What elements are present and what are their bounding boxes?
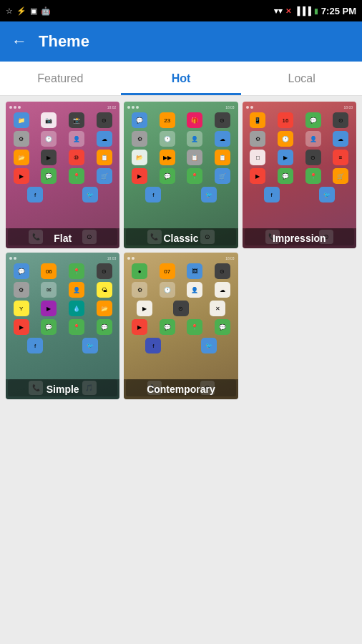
mini-app-icon: 🛒 bbox=[215, 168, 230, 184]
mini-app-icon: ▶ bbox=[14, 168, 29, 184]
mini-app-icon: ⊙ bbox=[305, 150, 321, 165]
mini-app-icon: 📂 bbox=[97, 301, 112, 316]
mini-app-icon: 🌤 bbox=[97, 282, 112, 298]
mini-app-icon: 📋 bbox=[215, 150, 230, 165]
mini-app-icon: ⊙ bbox=[333, 112, 348, 128]
mini-app-icon: Y bbox=[14, 301, 29, 316]
screenshot-icon: ▣ bbox=[30, 6, 37, 16]
theme-item-classic[interactable]: 18:03 💬 23 🎁 ⊙ ⚙ 🕐 👤 ☁ bbox=[124, 102, 238, 248]
mini-app-icon: ☁ bbox=[97, 131, 112, 147]
mini-app-icon: ▶ bbox=[132, 168, 147, 184]
theme-label-impression: Impression bbox=[243, 228, 356, 248]
mini-app-icon: ☁ bbox=[333, 131, 348, 147]
mini-app-icon: ▶ bbox=[278, 150, 293, 165]
mini-app-icon: 07 bbox=[160, 263, 175, 279]
mini-app-icon: 📍 bbox=[69, 263, 84, 279]
mini-app-icon: 06 bbox=[41, 263, 57, 279]
mini-app-icon: ▶ bbox=[137, 301, 152, 316]
mini-app-icon: ▶ bbox=[41, 150, 57, 165]
mini-app-icon: 👤 bbox=[69, 282, 84, 298]
mini-app-icon: 👤 bbox=[187, 131, 202, 147]
mini-app-icon: 🐦 bbox=[201, 338, 217, 353]
mini-app-icon: ☁ bbox=[215, 282, 230, 298]
theme-item-impression[interactable]: 18:03 📱 16 💬 ⊙ ⚙ 🕐 👤 ☁ bbox=[243, 102, 356, 248]
tab-bar: Featured Hot Local bbox=[0, 62, 362, 96]
mini-app-icon: 🕐 bbox=[160, 282, 175, 298]
mini-app-icon: ⊙ bbox=[97, 263, 112, 279]
theme-item-flat[interactable]: 18:02 📁 📷 📸 ⊙ ⚙ 🕐 👤 ☁ bbox=[6, 102, 119, 248]
battery-icon: ▮ bbox=[314, 7, 318, 15]
mini-app-icon: 📍 bbox=[69, 168, 84, 184]
mini-app-icon: 🖼 bbox=[187, 263, 202, 279]
mini-app-icon: ▶▶ bbox=[160, 150, 175, 165]
empty-placeholder bbox=[243, 253, 356, 399]
mini-app-icon: 🐦 bbox=[82, 338, 98, 353]
status-right-icons: ▾▾ ✕ ▐▐▐ ▮ 7:25 PM bbox=[274, 6, 356, 16]
mini-app-icon: ⚙ bbox=[132, 131, 147, 147]
tab-featured[interactable]: Featured bbox=[0, 62, 121, 95]
mini-app-icon: 📍 bbox=[69, 319, 84, 335]
page-title: Theme bbox=[39, 32, 89, 51]
mini-app-icon: 👤 bbox=[305, 131, 321, 147]
mini-app-icon: 📍 bbox=[305, 168, 321, 184]
mini-app-icon: 🕐 bbox=[160, 131, 175, 147]
wifi-icon: ▾▾ bbox=[274, 6, 283, 16]
mini-app-icon: 🛒 bbox=[97, 168, 112, 184]
theme-item-contemporary[interactable]: 18:03 ● 07 🖼 ⊙ ⚙ 🕐 👤 ☁ bbox=[124, 253, 238, 399]
mini-app-icon: 💬 bbox=[160, 168, 175, 184]
mini-app-icon: 💬 bbox=[160, 319, 175, 335]
mini-app-icon: 👤 bbox=[69, 131, 84, 147]
mini-app-icon: 💬 bbox=[97, 319, 112, 335]
mini-app-icon: ⊙ bbox=[173, 301, 189, 316]
mini-app-icon: ≡ bbox=[333, 150, 348, 165]
mini-app-icon: ⚙ bbox=[14, 282, 29, 298]
mini-app-icon: 🎁 bbox=[187, 112, 202, 128]
mini-app-icon: 💬 bbox=[41, 319, 57, 335]
mini-app-icon: 23 bbox=[160, 112, 175, 128]
signal-x-icon: ✕ bbox=[285, 7, 291, 15]
theme-label-classic: Classic bbox=[124, 228, 238, 248]
mini-app-icon: 💬 bbox=[132, 112, 147, 128]
mini-app-icon: 📁 bbox=[14, 112, 29, 128]
mini-app-icon: 📋 bbox=[97, 150, 112, 165]
mini-app-icon: ⊙ bbox=[97, 112, 112, 128]
mini-app-icon: 👤 bbox=[187, 282, 202, 298]
tab-hot[interactable]: Hot bbox=[121, 62, 242, 95]
mini-app-icon: f bbox=[27, 187, 43, 203]
theme-item-simple[interactable]: 18:03 💬 06 📍 ⊙ ⚙ ✉ 👤 🌤 bbox=[6, 253, 119, 399]
mini-app-icon: ⊙ bbox=[215, 263, 230, 279]
mini-app-icon: 🐦 bbox=[201, 187, 217, 203]
signal-icon: ▐▐▐ bbox=[294, 6, 310, 15]
mini-app-icon: f bbox=[145, 187, 161, 203]
mini-app-icon: ✉ bbox=[41, 282, 57, 298]
theme-grid: 18:02 📁 📷 📸 ⊙ ⚙ 🕐 👤 ☁ bbox=[0, 96, 362, 405]
mini-app-icon: 📱 bbox=[250, 112, 265, 128]
usb-icon: ⚡ bbox=[16, 6, 26, 16]
mini-app-icon: 💬 bbox=[305, 112, 321, 128]
mini-app-icon: 🕐 bbox=[41, 131, 57, 147]
back-button[interactable]: ← bbox=[11, 32, 27, 51]
mini-app-icon: 📍 bbox=[187, 168, 202, 184]
tab-local[interactable]: Local bbox=[241, 62, 362, 95]
mini-app-icon: 📸 bbox=[69, 112, 84, 128]
mini-app-icon: ▶ bbox=[41, 301, 57, 316]
status-bar: ☆ ⚡ ▣ 🤖 ▾▾ ✕ ▐▐▐ ▮ 7:25 PM bbox=[0, 0, 362, 21]
mini-app-icon: 16 bbox=[278, 112, 293, 128]
mini-app-icon: 🐦 bbox=[319, 187, 335, 203]
mini-app-icon: 💬 bbox=[41, 168, 57, 184]
content-area: 18:02 📁 📷 📸 ⊙ ⚙ 🕐 👤 ☁ bbox=[0, 96, 362, 644]
mini-app-icon: □ bbox=[250, 150, 265, 165]
mini-app-icon: ⑩ bbox=[69, 150, 84, 165]
mini-app-icon: 🐦 bbox=[82, 187, 98, 203]
mini-app-icon: 💬 bbox=[215, 319, 230, 335]
mini-app-icon: 💬 bbox=[278, 168, 293, 184]
android-icon: 🤖 bbox=[41, 6, 51, 16]
mini-app-icon: 🕐 bbox=[278, 131, 293, 147]
mini-app-icon: 📂 bbox=[14, 150, 29, 165]
header: ← Theme bbox=[0, 21, 362, 62]
mini-app-icon: ⚙ bbox=[250, 131, 265, 147]
mini-app-icon: f bbox=[264, 187, 280, 203]
theme-label-contemporary: Contemporary bbox=[124, 379, 238, 399]
status-left-icons: ☆ ⚡ ▣ 🤖 bbox=[6, 6, 51, 16]
mini-app-icon: ⚙ bbox=[132, 282, 147, 298]
